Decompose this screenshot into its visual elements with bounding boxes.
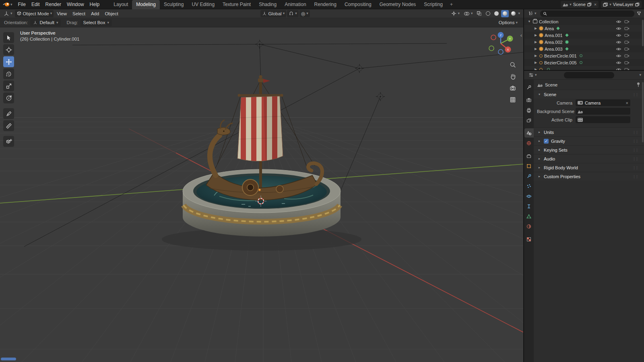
disable-in-render-icon[interactable] xyxy=(624,68,630,70)
outliner-object-row[interactable]: ▶ Area.001 xyxy=(524,32,644,39)
outliner-search-input[interactable] xyxy=(549,11,632,16)
outliner-object-row[interactable]: ▶ Area xyxy=(524,25,644,32)
workspace-tab[interactable]: Geometry Nodes xyxy=(376,0,420,9)
move-tool-button[interactable] xyxy=(3,56,14,67)
add-cube-tool-button[interactable] xyxy=(3,136,14,147)
ortho-grid-icon[interactable] xyxy=(509,96,516,103)
navigation-gizmo[interactable]: Z Y X xyxy=(488,31,514,56)
scene-panel-header[interactable]: ▾ Scene ⋮⋮ xyxy=(534,90,644,99)
outliner-collection-row[interactable]: ▼ Collection xyxy=(524,18,644,25)
expand-arrow-icon[interactable]: ▶ xyxy=(534,33,538,37)
expand-arrow-icon[interactable]: ▶ xyxy=(534,68,538,70)
hide-in-viewport-icon[interactable] xyxy=(616,40,621,44)
field-value-widget[interactable]: × xyxy=(576,116,630,123)
hide-in-viewport-icon[interactable] xyxy=(616,27,621,31)
disable-in-render-icon[interactable] xyxy=(624,54,630,58)
filter-funnel-icon[interactable] xyxy=(636,11,642,16)
workspace-tab[interactable]: Compositing xyxy=(341,0,376,9)
gizmo-negative-z-axis[interactable] xyxy=(498,49,503,54)
collapsed-panel-header[interactable]: ▸ ✓ Units ⋮⋮ xyxy=(534,128,644,136)
tab-tool[interactable] xyxy=(524,82,534,92)
hide-in-viewport-icon[interactable] xyxy=(616,33,621,37)
panel-checkbox[interactable]: ✓ xyxy=(544,139,549,144)
workspace-tab[interactable]: Animation xyxy=(281,0,310,9)
gizmo-negative-x-axis[interactable] xyxy=(491,35,496,40)
viewport-menu-item[interactable]: Object xyxy=(102,11,120,16)
rotate-tool-button[interactable] xyxy=(3,68,14,79)
collapsed-panel-header[interactable]: ▸ ✓ Rigid Body World ⋮⋮ xyxy=(534,163,644,172)
workspace-tab[interactable]: Layout xyxy=(109,0,132,9)
show-gizmo-toggle[interactable]: ▾ xyxy=(450,10,461,17)
shading-dropdown-arrow-icon[interactable]: ▾ xyxy=(518,12,521,15)
scale-tool-button[interactable] xyxy=(3,80,14,91)
outliner-editor-type-button[interactable]: ▾ xyxy=(526,10,538,17)
transform-tool-button[interactable] xyxy=(3,93,14,103)
collapsed-panel-header[interactable]: ▸ ✓ Audio ⋮⋮ xyxy=(534,154,644,163)
workspace-tab[interactable]: Scripting xyxy=(420,0,447,9)
outliner-scrollbar[interactable] xyxy=(642,20,644,46)
measure-tool-button[interactable] xyxy=(3,120,14,131)
tab-collection[interactable] xyxy=(524,151,534,160)
tab-particles[interactable] xyxy=(524,181,534,191)
drag-handle-icon[interactable]: ⋮⋮ xyxy=(632,130,638,134)
mode-selector[interactable]: Object Mode ▾ xyxy=(15,10,54,17)
collapsed-panel-header[interactable]: ▸ ✓ Custom Properties ⋮⋮ xyxy=(534,172,644,181)
field-value-widget[interactable]: Camera × xyxy=(576,99,630,106)
scene-selector[interactable]: ▾ Scene × xyxy=(561,1,599,8)
outliner-object-row[interactable]: ▶ BezierCircle.005 xyxy=(524,59,644,66)
properties-search-input[interactable] xyxy=(568,72,625,78)
zoom-icon[interactable] xyxy=(509,61,516,68)
disable-in-render-icon[interactable] xyxy=(624,47,630,51)
outliner-object-row[interactable]: ▶ xyxy=(524,66,644,70)
field-value-widget[interactable]: × xyxy=(576,108,630,115)
disable-in-render-icon[interactable] xyxy=(624,33,630,37)
viewport-horizontal-scrollbar[interactable] xyxy=(1,358,16,360)
transform-orientation-selector[interactable]: Global ▾ xyxy=(260,10,286,17)
workspace-tab[interactable]: Modeling xyxy=(132,0,160,9)
expand-arrow-icon[interactable]: ▶ xyxy=(534,27,538,30)
hide-in-viewport-icon[interactable] xyxy=(616,54,621,58)
drag-handle-icon[interactable]: ⋮⋮ xyxy=(632,93,638,97)
pin-icon[interactable] xyxy=(636,82,640,87)
close-icon[interactable]: × xyxy=(593,2,597,7)
snap-toggle[interactable]: ▾ xyxy=(287,10,299,17)
outliner-search[interactable] xyxy=(540,10,634,17)
viewport-canvas[interactable]: User Perspective (26) Collection | Cylin… xyxy=(0,27,523,362)
hide-in-viewport-icon[interactable] xyxy=(616,68,621,70)
workspace-tab[interactable]: Sculpting xyxy=(160,0,188,9)
tab-modifiers[interactable] xyxy=(524,171,534,181)
editor-type-button[interactable]: ▾ xyxy=(2,10,14,17)
tab-output[interactable] xyxy=(524,105,534,115)
tab-render[interactable] xyxy=(524,95,534,105)
shading-material-preview-button[interactable] xyxy=(501,10,509,17)
tab-world[interactable] xyxy=(524,138,534,148)
drag-handle-icon[interactable]: ⋮⋮ xyxy=(632,148,638,152)
drag-handle-icon[interactable]: ⋮⋮ xyxy=(632,139,638,143)
viewport-menu-item[interactable]: Add xyxy=(89,11,101,16)
outliner-object-row[interactable]: ▶ Area.002 xyxy=(524,39,644,45)
orientation-dropdown[interactable]: Default ▾ xyxy=(30,19,61,26)
shading-wireframe-button[interactable] xyxy=(484,10,492,17)
expand-arrow-icon[interactable]: ▶ xyxy=(534,40,538,44)
expand-arrow-icon[interactable]: ▶ xyxy=(534,47,538,51)
collapsed-panel-header[interactable]: ▸ ✓ Gravity ⋮⋮ xyxy=(534,136,644,145)
copy-icon[interactable] xyxy=(635,2,640,7)
topbar-menu-item[interactable]: Help xyxy=(87,0,103,9)
outliner-object-row[interactable]: ▶ Area.003 xyxy=(524,45,644,52)
tab-physics[interactable] xyxy=(524,191,534,201)
topbar-menu-item[interactable]: Edit xyxy=(29,0,43,9)
tab-texture[interactable] xyxy=(524,234,534,244)
viewport-menu-item[interactable]: View xyxy=(54,11,69,16)
hide-in-viewport-icon[interactable] xyxy=(616,20,621,24)
show-overlays-toggle[interactable]: ▾ xyxy=(462,10,475,17)
viewport-menu-item[interactable]: Select xyxy=(70,11,88,16)
hide-in-viewport-icon[interactable] xyxy=(616,61,621,65)
workspace-tab[interactable]: UV Editing xyxy=(188,0,219,9)
blender-app-menu-button[interactable]: ▾ xyxy=(0,0,15,9)
cursor-tool-button[interactable] xyxy=(3,44,14,55)
properties-filter-arrow-icon[interactable]: ▾ xyxy=(639,73,641,77)
disable-in-render-icon[interactable] xyxy=(624,61,630,64)
disable-in-render-icon[interactable] xyxy=(624,20,630,23)
hide-in-viewport-icon[interactable] xyxy=(616,47,621,51)
topbar-menu-item[interactable]: Window xyxy=(64,0,87,9)
